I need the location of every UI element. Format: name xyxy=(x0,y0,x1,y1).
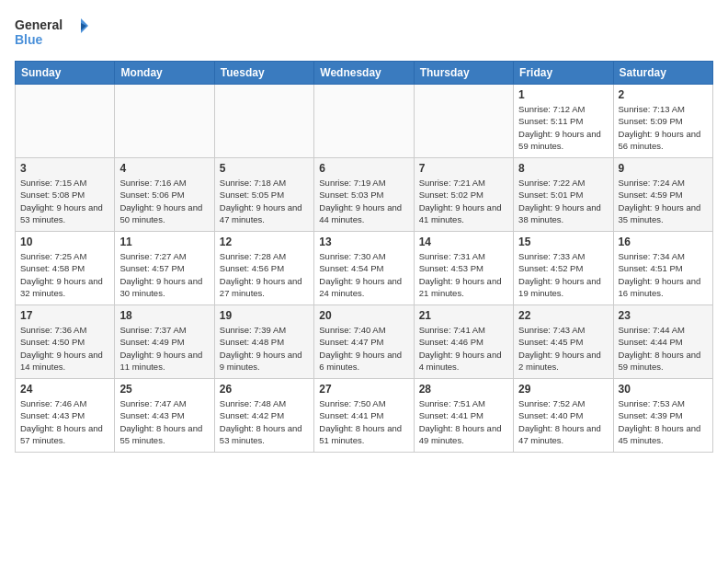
day-info-line: Sunset: 4:56 PM xyxy=(220,262,309,274)
day-number: 13 xyxy=(319,236,408,248)
calendar-week-row-5: 24Sunrise: 7:46 AMSunset: 4:43 PMDayligh… xyxy=(16,379,713,453)
day-info-line: Daylight: 9 hours and 11 minutes. xyxy=(119,349,209,373)
day-info-line: Sunrise: 7:33 AM xyxy=(518,250,608,262)
day-info-line: Daylight: 9 hours and 35 minutes. xyxy=(619,201,708,226)
day-number: 22 xyxy=(518,309,608,322)
day-info-line: Sunrise: 7:41 AM xyxy=(419,324,508,336)
day-number: 24 xyxy=(20,383,109,396)
day-info-line: Daylight: 8 hours and 51 minutes. xyxy=(319,422,408,447)
day-info-line: Sunset: 5:06 PM xyxy=(119,189,209,201)
day-number: 7 xyxy=(419,162,508,175)
day-info-line: Sunrise: 7:15 AM xyxy=(20,177,109,189)
calendar-header-saturday: Saturday xyxy=(613,62,712,85)
day-number: 25 xyxy=(119,383,209,396)
day-info-line: Sunrise: 7:30 AM xyxy=(319,250,408,262)
calendar-header-wednesday: Wednesday xyxy=(314,62,414,85)
day-info-line: Sunrise: 7:51 AM xyxy=(419,397,508,409)
calendar-cell: 18Sunrise: 7:37 AMSunset: 4:49 PMDayligh… xyxy=(115,305,214,379)
logo: General Blue xyxy=(15,15,88,53)
calendar-cell: 12Sunrise: 7:28 AMSunset: 4:56 PMDayligh… xyxy=(214,232,313,305)
day-info: Sunrise: 7:21 AMSunset: 5:02 PMDaylight:… xyxy=(419,177,508,225)
calendar-cell: 25Sunrise: 7:47 AMSunset: 4:43 PMDayligh… xyxy=(115,379,214,453)
day-info-line: Sunset: 4:40 PM xyxy=(518,409,608,421)
day-info-line: Sunset: 4:58 PM xyxy=(20,262,109,274)
day-info-line: Sunset: 4:52 PM xyxy=(518,262,608,274)
day-info-line: Sunset: 4:43 PM xyxy=(119,409,209,421)
day-info-line: Daylight: 9 hours and 16 minutes. xyxy=(619,275,708,300)
calendar-cell: 4Sunrise: 7:16 AMSunset: 5:06 PMDaylight… xyxy=(115,158,214,232)
calendar-cell: 1Sunrise: 7:12 AMSunset: 5:11 PMDaylight… xyxy=(514,85,613,158)
calendar-week-row-2: 3Sunrise: 7:15 AMSunset: 5:08 PMDaylight… xyxy=(16,158,713,232)
calendar-cell: 29Sunrise: 7:52 AMSunset: 4:40 PMDayligh… xyxy=(514,379,613,453)
day-number: 3 xyxy=(20,162,109,175)
day-number: 17 xyxy=(20,309,109,322)
day-info-line: Sunset: 5:02 PM xyxy=(419,189,508,201)
day-info-line: Sunrise: 7:22 AM xyxy=(518,177,608,189)
day-info-line: Sunrise: 7:53 AM xyxy=(619,397,708,409)
day-info: Sunrise: 7:28 AMSunset: 4:56 PMDaylight:… xyxy=(220,250,309,299)
calendar-cell: 17Sunrise: 7:36 AMSunset: 4:50 PMDayligh… xyxy=(16,305,115,379)
day-info-line: Daylight: 9 hours and 27 minutes. xyxy=(220,275,309,300)
day-info-line: Sunrise: 7:19 AM xyxy=(319,177,408,189)
day-info-line: Sunrise: 7:52 AM xyxy=(518,397,608,409)
calendar-cell: 30Sunrise: 7:53 AMSunset: 4:39 PMDayligh… xyxy=(613,379,712,453)
day-info-line: Sunset: 5:03 PM xyxy=(319,189,408,201)
day-info-line: Sunset: 4:54 PM xyxy=(319,262,408,274)
day-info: Sunrise: 7:51 AMSunset: 4:41 PMDaylight:… xyxy=(419,397,508,446)
day-info-line: Daylight: 9 hours and 6 minutes. xyxy=(319,349,408,373)
day-info: Sunrise: 7:39 AMSunset: 4:48 PMDaylight:… xyxy=(220,324,309,373)
day-info-line: Sunset: 5:05 PM xyxy=(220,189,309,201)
day-info: Sunrise: 7:40 AMSunset: 4:47 PMDaylight:… xyxy=(319,324,408,373)
day-number: 4 xyxy=(119,162,209,175)
day-info-line: Daylight: 9 hours and 47 minutes. xyxy=(220,201,309,226)
calendar-cell: 9Sunrise: 7:24 AMSunset: 4:59 PMDaylight… xyxy=(613,158,712,232)
day-info-line: Daylight: 9 hours and 24 minutes. xyxy=(319,275,408,300)
day-number: 19 xyxy=(220,309,309,322)
day-number: 11 xyxy=(119,236,209,248)
day-info-line: Sunset: 5:09 PM xyxy=(619,115,708,127)
calendar-cell: 22Sunrise: 7:43 AMSunset: 4:45 PMDayligh… xyxy=(514,305,613,379)
calendar-cell xyxy=(414,85,513,158)
day-info-line: Sunset: 5:08 PM xyxy=(20,189,109,201)
day-info-line: Sunrise: 7:24 AM xyxy=(619,177,708,189)
day-number: 9 xyxy=(619,162,708,175)
day-info-line: Sunrise: 7:43 AM xyxy=(518,324,608,336)
day-info-line: Daylight: 9 hours and 4 minutes. xyxy=(419,349,508,373)
calendar-cell: 13Sunrise: 7:30 AMSunset: 4:54 PMDayligh… xyxy=(314,232,414,305)
day-number: 26 xyxy=(220,383,309,396)
day-info-line: Sunrise: 7:47 AM xyxy=(119,397,209,409)
calendar-header-friday: Friday xyxy=(514,62,613,85)
calendar-header-thursday: Thursday xyxy=(414,62,513,85)
day-info-line: Daylight: 9 hours and 21 minutes. xyxy=(419,275,508,300)
day-number: 23 xyxy=(619,309,708,322)
day-info-line: Daylight: 8 hours and 53 minutes. xyxy=(220,422,309,447)
day-info-line: Daylight: 9 hours and 32 minutes. xyxy=(20,275,109,300)
day-info-line: Sunrise: 7:46 AM xyxy=(20,397,109,409)
header: General Blue xyxy=(15,15,713,53)
day-number: 21 xyxy=(419,309,508,322)
day-info: Sunrise: 7:43 AMSunset: 4:45 PMDaylight:… xyxy=(518,324,608,373)
day-info: Sunrise: 7:33 AMSunset: 4:52 PMDaylight:… xyxy=(518,250,608,299)
day-number: 16 xyxy=(619,236,708,248)
day-info-line: Daylight: 9 hours and 44 minutes. xyxy=(319,201,408,226)
day-info-line: Daylight: 9 hours and 53 minutes. xyxy=(20,201,109,226)
day-info-line: Sunrise: 7:16 AM xyxy=(119,177,209,189)
day-info: Sunrise: 7:15 AMSunset: 5:08 PMDaylight:… xyxy=(20,177,109,225)
day-number: 30 xyxy=(619,383,708,396)
day-info: Sunrise: 7:24 AMSunset: 4:59 PMDaylight:… xyxy=(619,177,708,225)
day-info-line: Sunset: 4:42 PM xyxy=(220,409,309,421)
day-info-line: Daylight: 8 hours and 55 minutes. xyxy=(119,422,209,447)
day-info: Sunrise: 7:34 AMSunset: 4:51 PMDaylight:… xyxy=(619,250,708,299)
day-info-line: Sunrise: 7:37 AM xyxy=(119,324,209,336)
day-info: Sunrise: 7:47 AMSunset: 4:43 PMDaylight:… xyxy=(119,397,209,446)
calendar-cell: 2Sunrise: 7:13 AMSunset: 5:09 PMDaylight… xyxy=(613,85,712,158)
calendar-cell: 14Sunrise: 7:31 AMSunset: 4:53 PMDayligh… xyxy=(414,232,513,305)
day-info-line: Sunset: 4:49 PM xyxy=(119,336,209,348)
day-info-line: Sunset: 4:51 PM xyxy=(619,262,708,274)
calendar-cell: 5Sunrise: 7:18 AMSunset: 5:05 PMDaylight… xyxy=(214,158,313,232)
day-info: Sunrise: 7:13 AMSunset: 5:09 PMDaylight:… xyxy=(619,103,708,152)
day-info-line: Daylight: 8 hours and 49 minutes. xyxy=(419,422,508,447)
day-info-line: Sunset: 4:59 PM xyxy=(619,189,708,201)
calendar-cell: 7Sunrise: 7:21 AMSunset: 5:02 PMDaylight… xyxy=(414,158,513,232)
calendar-table: SundayMondayTuesdayWednesdayThursdayFrid… xyxy=(15,61,713,453)
